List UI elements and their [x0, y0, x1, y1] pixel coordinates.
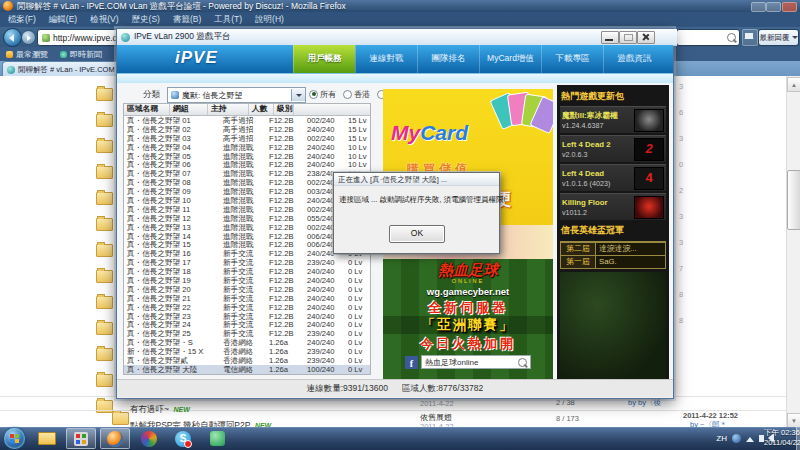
forward-button[interactable] [21, 30, 36, 45]
server-level: 0 Lv [345, 329, 370, 338]
browser-maximize-button[interactable] [766, 2, 781, 12]
search-input[interactable] [676, 29, 740, 46]
server-level: 0 Lv [345, 294, 370, 303]
taskbar-explorer-button[interactable] [32, 428, 62, 449]
dialog-title[interactable]: 正在進入 [真·信長之野望 大陸] ... [334, 173, 499, 186]
category-dropdown[interactable]: 魔獸: 信長之野望 [167, 87, 306, 103]
radio-icon [343, 90, 352, 99]
start-button[interactable] [4, 428, 25, 449]
column-header[interactable]: 級別 [274, 104, 294, 115]
scrollbar-thumb[interactable] [787, 170, 800, 230]
menu-item[interactable]: 說明(H) [255, 14, 284, 26]
server-row[interactable]: 真・信長之野望 04 進階混戰 F12.2B 240/240 10 Lv [124, 143, 370, 152]
server-row[interactable]: 真・信長之野望 19 新手交流 F12.2B 240/240 0 Lv [124, 276, 370, 285]
home-button[interactable] [742, 29, 758, 46]
region-radio[interactable]: 所有 [309, 89, 336, 100]
champion-name: 達淚達淚... [596, 243, 665, 255]
firefox-icon [107, 431, 123, 447]
tray-expand-icon[interactable] [746, 433, 754, 442]
app-close-button[interactable] [637, 31, 655, 44]
nav-tab[interactable]: 用戶帳務 [293, 45, 355, 73]
tab-active[interactable]: 閒聊解答 # vLan - IPvE.COM vLan 遊... [2, 61, 125, 77]
nav-tab[interactable]: 下載專區 [541, 45, 603, 73]
server-row[interactable]: 真・信長之野望 01 高手過招 F12.2B 002/240 15 Lv [124, 116, 370, 125]
server-row[interactable]: 真・信長之野望 21 新手交流 F12.2B 240/240 0 Lv [124, 294, 370, 303]
menu-item[interactable]: 工具(T) [214, 14, 242, 26]
server-row[interactable]: 真・信長之野望 24 新手交流 F12.2B 240/240 0 Lv [124, 320, 370, 329]
server-row[interactable]: 真・信長之野望 02 高手過招 F12.2B 240/240 15 Lv [124, 125, 370, 134]
server-row[interactable]: 真・信長之野望 06 進階混戰 F12.2B 240/240 10 Lv [124, 160, 370, 169]
browser-scrollbar[interactable] [786, 76, 800, 427]
server-row[interactable]: 新・信長之野望・15 X 香港網絡 1.26a 239/240 0 Lv [124, 347, 370, 356]
column-header[interactable]: 人數 [249, 104, 274, 115]
ok-button[interactable]: OK [389, 225, 445, 243]
taskbar-clock[interactable]: 下午 02:36 2011/04/22 [764, 428, 798, 448]
column-header[interactable]: 區域名稱 [124, 104, 170, 115]
column-header[interactable]: 主持 [208, 104, 249, 115]
taskbar-firefox-button[interactable] [100, 428, 130, 449]
menu-item[interactable]: 書籤(B) [173, 14, 201, 26]
game-update-card[interactable]: Left 4 Dead v1.0.1.6 (4023) 4 [560, 164, 666, 191]
taskbar-skype-button[interactable]: S [168, 428, 198, 449]
facebook-icon[interactable]: f [405, 356, 418, 369]
football-search-input[interactable]: 熱血足球online [421, 355, 531, 369]
menu-item[interactable]: 檔案(F) [8, 14, 36, 26]
show-desktop-button[interactable] [796, 427, 800, 450]
scroll-down-arrow[interactable]: ▼ [787, 413, 800, 428]
game-version: v1011.2 [562, 208, 634, 217]
server-row[interactable]: 真・信長之野望 18 新手交流 F12.2B 240/240 0 Lv [124, 267, 370, 276]
game-version: v1.0.1.6 (4023) [562, 179, 634, 188]
latest-replies-button[interactable]: 最新回覆 [758, 29, 799, 46]
server-row[interactable]: 真・信長之野望 大陸 電信網絡 1.26a 100/240 0 Lv [124, 365, 370, 374]
server-name: 新・信長之野望・15 X [124, 347, 220, 356]
back-button[interactable] [3, 28, 22, 47]
app-minimize-button[interactable] [601, 31, 619, 44]
server-row[interactable]: 真・信長之野望 03 高手過招 F12.2B 002/240 15 Lv [124, 134, 370, 143]
taskbar-messenger-button[interactable] [202, 428, 232, 449]
server-host: F12.2B [266, 143, 304, 152]
server-group: 新手交流 [220, 320, 266, 329]
browser-close-button[interactable] [782, 2, 797, 12]
thread-title[interactable]: 有冇過吓~ [130, 404, 169, 414]
server-players: 239/240 [304, 258, 345, 267]
server-name: 真・信長之野望 01 [124, 116, 220, 125]
server-row[interactable]: 真・信長之野望 22 新手交流 F12.2B 240/240 0 Lv [124, 303, 370, 312]
game-update-card[interactable]: Left 4 Dead 2 v2.0.6.3 2 [560, 135, 666, 162]
server-row[interactable]: 真・信長之野望 05 進階混戰 F12.2B 240/240 10 Lv [124, 152, 370, 161]
bookmark-item[interactable]: 最常瀏覽 [6, 49, 48, 60]
nav-tab[interactable]: 遊戲資訊 [603, 45, 665, 73]
server-row[interactable]: 真・信長之野望・S 香港網絡 1.26a 240/240 0 Lv [124, 338, 370, 347]
vlan-app-icon [74, 432, 88, 446]
language-indicator[interactable]: ZH [716, 434, 727, 443]
menu-item[interactable]: 檢視(V) [90, 14, 118, 26]
nav-tab[interactable]: 團隊排名 [417, 45, 479, 73]
dropdown-arrow-icon[interactable] [291, 89, 305, 101]
server-name: 真・信長之野望・S [124, 338, 220, 347]
bookmark-item[interactable]: 即時新聞 [60, 49, 102, 60]
nav-tab[interactable]: MyCard增值 [479, 45, 541, 73]
server-row[interactable]: 真・信長之野望貳 香港網絡 1.26a 239/240 0 Lv [124, 356, 370, 365]
region-radio[interactable]: 香港 [343, 89, 370, 100]
taskbar-media-app-button[interactable] [134, 428, 164, 449]
server-row[interactable]: 真・信長之野望 23 新手交流 F12.2B 240/240 0 Lv [124, 312, 370, 321]
server-row[interactable]: 真・信長之野望 20 新手交流 F12.2B 240/240 0 Lv [124, 285, 370, 294]
app-maximize-button[interactable] [619, 31, 637, 44]
scroll-up-arrow[interactable]: ▲ [787, 77, 800, 92]
server-name: 真・信長之野望 大陸 [124, 365, 220, 374]
server-group: 進階混戰 [220, 160, 266, 169]
thread-lastpost[interactable]: by by〈後 [628, 398, 661, 408]
nav-tab[interactable]: 連線對戰 [355, 45, 417, 73]
menu-item[interactable]: 歷史(S) [132, 14, 160, 26]
game-update-card[interactable]: Killing Floor v1011.2 [560, 193, 666, 220]
browser-minimize-button[interactable] [751, 2, 766, 12]
tray-help-icon[interactable] [732, 434, 741, 443]
football-ad[interactable]: 熱血足球 ONLINE wg.gamecyber.net 全新伺服器 「亞洲聯賽… [383, 259, 553, 379]
game-update-card[interactable]: 魔獸III:寒冰霸權 v1.24.4.6387 [560, 106, 666, 133]
column-header[interactable]: 網組 [170, 104, 208, 115]
taskbar-vlan-app-button[interactable] [66, 428, 96, 449]
server-row[interactable]: 真・信長之野望 25 新手交流 F12.2B 239/240 0 Lv [124, 329, 370, 338]
server-row[interactable]: 真・信長之野望 17 新手交流 F12.2B 239/240 0 Lv [124, 258, 370, 267]
app-titlebar[interactable]: IPvE vLan 2900 遊戲平台 [117, 29, 677, 46]
menu-item[interactable]: 編輯(E) [49, 14, 77, 26]
server-table-header: 區域名稱網組主持人數級別 [124, 104, 370, 116]
